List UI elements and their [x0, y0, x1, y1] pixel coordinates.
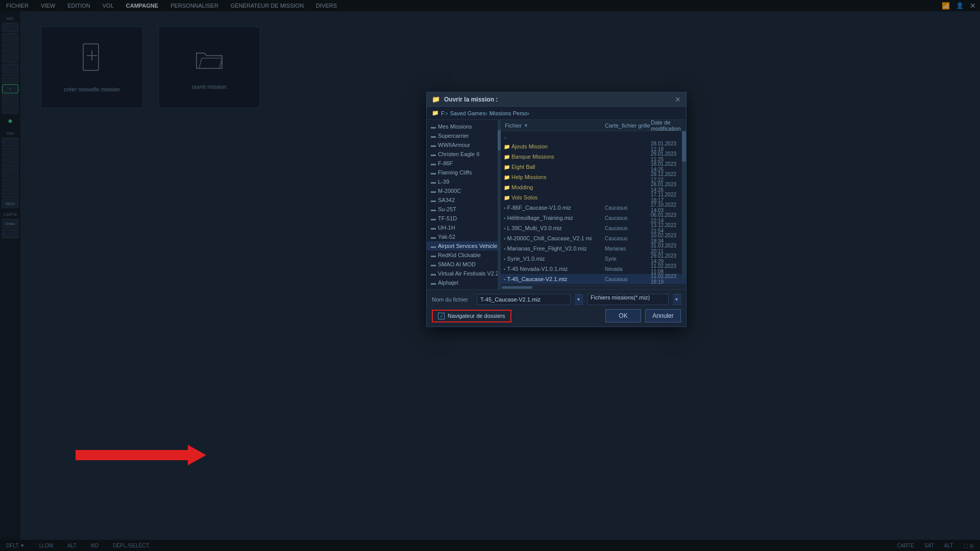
file-name: ▪T-45 Nevada-V1.0.1.miz [503, 266, 605, 272]
file-map: Caucasus [605, 236, 651, 241]
breadcrumb-drive: 📁 [432, 110, 439, 116]
file-item[interactable]: 📁Vols Solos17.11.2022 18:17 [501, 192, 686, 203]
folder-icon: ▬ [431, 243, 436, 249]
folder-item[interactable]: ▬Yak-52 [427, 232, 500, 241]
dialog-overlay: 📁 Ouvrir la mission : ✕ 📁 F:› Saved Game… [0, 0, 980, 551]
folder-item-label: Virtual Air Festivals V2.25 [438, 270, 501, 277]
folder-icon: ▬ [431, 133, 436, 139]
file-map: Caucasus [605, 277, 651, 282]
file-name: ▪Hélitreuillage_Training.miz [503, 215, 605, 221]
folder-icon: ▬ [431, 188, 436, 194]
folder-item[interactable]: ▬Flaming Cliffs [427, 168, 500, 177]
file-map: Caucasus [605, 215, 651, 221]
folder-icon: 📁 [504, 154, 510, 160]
file-scrollbar-thumb[interactable] [682, 131, 686, 162]
breadcrumb-saved-games[interactable]: Saved Games› [450, 110, 487, 116]
folder-item[interactable]: ▬WWIIArmour [427, 140, 500, 149]
breadcrumb-f[interactable]: F:› [441, 110, 448, 116]
folder-icon: ▬ [431, 179, 436, 185]
folder-item[interactable]: ▬Virtual Air Festivals V2.25 [427, 269, 500, 278]
folder-name: 📁Modding [503, 184, 605, 190]
folder-item[interactable]: ▬TF-51D [427, 214, 500, 223]
folder-item[interactable]: ▬SA342 [427, 195, 500, 205]
file-date: 29.01.2023 11:25 [651, 151, 684, 162]
folder-item-label: WWIIArmour [438, 142, 470, 148]
file-item[interactable]: ▪L 39C_Multi_V3.0.mizCaucasus13.12.2022 … [501, 223, 686, 233]
file-item[interactable]: ▪T-45 Nevada-V1.0.1.mizNevada11.02.2023 … [501, 264, 686, 274]
file-item[interactable]: ▪Hélitreuillage_Training.mizCaucasus06.0… [501, 213, 686, 223]
filename-dropdown[interactable]: ▼ [575, 294, 583, 305]
dialog-close-button[interactable]: ✕ [675, 95, 681, 104]
arrow-body [76, 450, 188, 460]
folder-icon: 📁 [504, 164, 510, 170]
file-item[interactable]: 📁Ajouts Mission28.01.2023 11:18 [501, 141, 686, 152]
file-item[interactable]: 📁Banque Missions29.01.2023 11:25 [501, 152, 686, 162]
file-item[interactable]: .. [501, 131, 686, 141]
folder-item-label: Su-25T [438, 206, 456, 212]
folder-item[interactable]: ▬Alphajet [427, 278, 500, 287]
cancel-button[interactable]: Annuler [645, 309, 681, 322]
folder-item[interactable]: ▬RedKid Clickable [427, 251, 500, 260]
folder-item[interactable]: ▬Su-25T [427, 205, 500, 214]
filetype-dropdown[interactable]: ▼ [673, 294, 681, 305]
folder-icon: ▬ [431, 124, 436, 130]
folder-item[interactable]: ▬Mes Missions [427, 122, 500, 131]
col-header-date[interactable]: Date de modification [651, 120, 684, 132]
file-item[interactable]: ▪T-45_Caucase-V2.1.mizCaucasus11.02.2023… [501, 274, 686, 284]
folder-icon: ▬ [431, 142, 436, 148]
col-header-fichier[interactable]: Fichier ▼ [503, 122, 605, 129]
file-item[interactable]: ▪M-2000C_Chill_Caucase_V2.1 miCaucasus10… [501, 233, 686, 243]
folder-icon: ▬ [431, 253, 436, 258]
folder-item-label: Supercarrier [438, 133, 469, 139]
filename-input[interactable] [477, 294, 571, 305]
folder-item[interactable]: ▬Christen Eagle II [427, 149, 500, 159]
file-hscrollbar[interactable] [501, 285, 686, 289]
filetype-select: Fichiers missions(*.miz) [587, 294, 669, 305]
file-map: Syrie [605, 256, 651, 262]
folder-item[interactable]: ▬SMAO AI MOD [427, 260, 500, 269]
folder-item-label: RedKid Clickable [438, 252, 481, 258]
folder-icon: ▬ [431, 216, 436, 221]
file-name: ▪L 39C_Multi_V3.0.miz [503, 225, 605, 231]
file-item[interactable]: 📁Help Missions29.12.2022 17:22 [501, 172, 686, 182]
file-item[interactable]: ▪Marianas_Free_Flight_V2.0.mizMarianas31… [501, 243, 686, 254]
file-name: ▪Syrie_V1.0.miz [503, 256, 605, 262]
file-scrollbar[interactable] [682, 131, 686, 279]
folder-icon: 📁 [504, 195, 510, 201]
miz-icon: ▪ [504, 266, 506, 272]
file-item[interactable]: 📁Modding28.01.2023 14:26 [501, 182, 686, 192]
file-hscrollbar-thumb[interactable] [502, 286, 532, 289]
folder-icon: 📁 [504, 174, 510, 180]
folder-icon: ▬ [431, 262, 436, 267]
folder-icon: 📁 [504, 144, 510, 149]
folder-item[interactable]: ▬L-39 [427, 177, 500, 186]
file-item[interactable]: ▪F-86F_Caucase-V1.0.mizCaucasus27.10.202… [501, 203, 686, 213]
file-date: 28.01.2023 14:26 [651, 182, 684, 193]
miz-icon: ▪ [504, 256, 506, 262]
folder-item-label: UH-1H [438, 224, 455, 231]
file-map: Caucasus [605, 205, 651, 211]
filename-label: Nom du fichier [432, 296, 473, 303]
arrow-head [188, 445, 206, 465]
folder-panel-wrapper: ▬Mes Missions▬Supercarrier▬WWIIArmour▬Ch… [427, 120, 501, 289]
folder-name: 📁Eight Ball [503, 164, 605, 170]
open-mission-dialog: 📁 Ouvrir la mission : ✕ 📁 F:› Saved Game… [426, 92, 687, 327]
nav-checkbox-area[interactable]: ✓ Navigateur de dossiers [432, 310, 511, 322]
dialog-titlebar: 📁 Ouvrir la mission : ✕ [427, 92, 686, 107]
folder-item[interactable]: ▬Airport Services Vehicles [427, 241, 500, 251]
folder-item-label: Flaming Cliffs [438, 169, 472, 176]
nav-checkbox[interactable]: ✓ [438, 313, 445, 319]
dialog-actions: ✓ Navigateur de dossiers OK Annuler [432, 309, 681, 322]
folder-item[interactable]: ▬UH-1H [427, 223, 500, 232]
breadcrumb-missions-perso[interactable]: Missions Perso› [489, 110, 529, 116]
col-header-carte[interactable]: Carte_fichier grille [605, 122, 651, 129]
file-item[interactable]: 📁Eight Ball18.01.2023 14:25 [501, 162, 686, 172]
file-date: 18.01.2023 14:25 [651, 161, 684, 172]
folder-item[interactable]: ▬F-86F [427, 159, 500, 168]
ok-button[interactable]: OK [605, 309, 641, 322]
file-date: 11.02.2023 11:08 [651, 263, 684, 274]
folder-item[interactable]: ▬Supercarrier [427, 131, 500, 140]
folder-item-label: L-39 [438, 179, 449, 185]
folder-item[interactable]: ▬M-2000C [427, 186, 500, 195]
file-item[interactable]: ▪Syrie_V1.0.mizSyrie29.01.2023 14:29 [501, 254, 686, 264]
